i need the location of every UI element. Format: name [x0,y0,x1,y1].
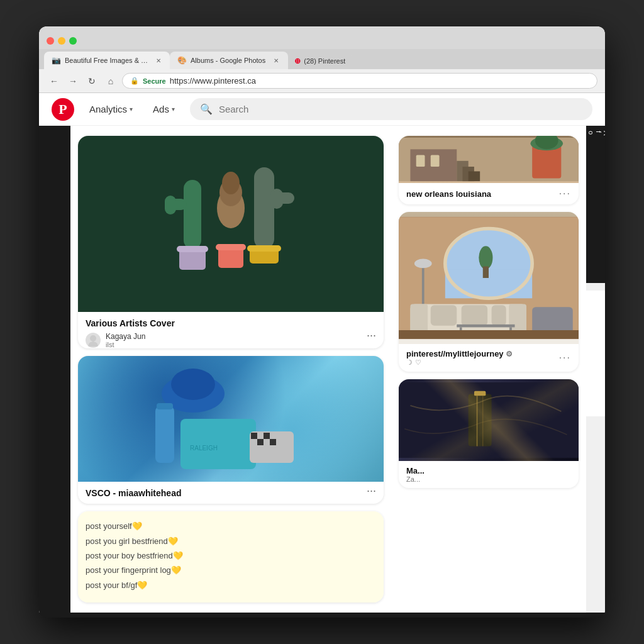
pin-vsco-info: VSCO - miaawhitehead [78,482,384,504]
svg-rect-2 [165,196,176,214]
vsco-photo: RALEIGH [78,356,384,482]
tab-2-label: Albums - Google Photos [191,57,265,64]
interior-subtitle: ☽ ♡ [406,358,513,367]
svg-rect-25 [257,439,264,445]
author-avatar [86,333,101,348]
close-button[interactable] [47,37,54,45]
interior-title: pinterest//mylittlejourney ⚙ [406,349,513,358]
pin-cactus-menu[interactable]: ··· [367,330,376,341]
svg-rect-30 [431,155,440,167]
search-placeholder: Search [219,104,249,114]
marble-subtitle: Za... [406,475,425,483]
far-right-white-card [586,291,605,416]
pinterest-logo[interactable]: P [52,98,74,121]
pin-card-text[interactable]: post yourself💛 post you girl bestfriend💛… [78,511,384,602]
text-line-5: post your bf/gf💛 [86,578,376,592]
content-area: Various Artists Cover Kagaya Jun ilst [39,126,605,613]
new-orleans-title: new orleans louisiana [406,189,491,199]
minimize-button[interactable] [58,37,65,45]
svg-point-7 [222,172,240,194]
author-subtitle: ilst [106,341,145,348]
tab-1[interactable]: 📷 Beautiful Free Images & Pictur... ✕ [44,52,170,69]
interior-image [399,212,579,344]
back-button[interactable]: ← [47,74,62,89]
svg-rect-10 [254,167,274,249]
logo-letter: P [58,101,67,118]
tab-3[interactable]: ⊕ (28) Pinterest [288,53,352,69]
interior-menu[interactable]: ··· [559,352,571,364]
analytics-chevron-icon: ▾ [130,106,133,113]
monitor-frame: 📷 Beautiful Free Images & Pictur... ✕ 🎨 … [39,26,605,618]
tab-2[interactable]: 🎨 Albums - Google Photos ✕ [170,52,288,69]
address-bar[interactable]: 🔒 Secure https://www.pinterest.ca [122,73,597,89]
pin-cactus-author: Kagaya Jun ilst [86,332,376,348]
pin-card-interior[interactable]: pinterest//mylittlejourney ⚙ ☽ ♡ ··· [399,212,579,372]
tab-2-close[interactable]: ✕ [272,56,280,65]
marble-image [399,379,579,461]
camera-icon: 📷 [52,56,61,65]
author-name: Kagaya Jun [106,332,145,341]
svg-rect-24 [264,433,270,439]
pinterest-favicon: ⊕ [294,57,301,65]
tab-1-close[interactable]: ✕ [155,56,162,65]
text-line-3: post your boy bestfriend💛 [86,548,376,563]
heart-outline-icon: ♡ [415,358,421,367]
cactus-svg [149,136,313,299]
marble-pin-details: Ma... Za... [406,466,425,483]
pin-card-cactus[interactable]: Various Artists Cover Kagaya Jun ilst [78,136,384,348]
svg-rect-0 [184,180,201,249]
lock-icon: 🔒 [130,77,139,85]
vsco-svg: RALEIGH [78,356,384,482]
new-orleans-svg [399,136,579,183]
url-text: https://www.pinterest.ca [170,76,256,86]
pin-column-1: Various Artists Cover Kagaya Jun ilst [78,136,384,602]
maximize-button[interactable] [69,37,77,45]
author-avatar-svg [86,333,101,348]
svg-rect-12 [270,189,283,209]
browser-chrome: 📷 Beautiful Free Images & Pictur... ✕ 🎨 … [39,26,605,93]
title-bar [39,26,605,49]
new-orleans-pin-info: new orleans louisiana ··· [399,183,579,204]
pin-card-new-orleans[interactable]: new orleans louisiana ··· [399,136,579,204]
svg-rect-23 [251,433,257,439]
pin-vsco-menu[interactable]: ··· [367,485,376,496]
secure-badge: Secure [143,77,166,85]
address-bar-row: ← → ↻ ⌂ 🔒 Secure https://www.pinterest.c… [39,69,605,93]
right-section: new orleans louisiana ··· [391,126,586,613]
pin-card-vsco[interactable]: RALEIGH VSCO - mia [78,356,384,504]
tab-3-label: (28) Pinterest [304,57,345,65]
ads-nav-item[interactable]: Ads ▾ [148,100,180,118]
svg-text:RALEIGH: RALEIGH [190,445,218,452]
home-button[interactable]: ⌂ [103,74,118,89]
tab-1-label: Beautiful Free Images & Pictur... [65,57,148,64]
ads-label: Ads [153,104,169,114]
svg-rect-21 [157,403,173,409]
pin-cactus-info: Various Artists Cover Kagaya Jun ilst [78,312,384,348]
text-line-4: post your fingerprint log💛 [86,563,376,577]
search-icon: 🔍 [200,103,213,115]
interior-pin-info: pinterest//mylittlejourney ⚙ ☽ ♡ ··· [399,344,579,372]
pin-cactus-title: Various Artists Cover [86,318,376,328]
svg-point-17 [171,369,215,400]
far-right-dark-card: Afo [586,126,605,283]
left-sidebar [39,126,70,613]
analytics-label: Analytics [89,104,127,114]
svg-rect-51 [492,305,506,325]
pin-card-marble[interactable]: Ma... Za... [399,379,579,488]
forward-button[interactable]: → [65,74,80,89]
marble-title: Ma... [406,466,425,475]
new-orleans-menu[interactable]: ··· [559,188,571,199]
analytics-nav-item[interactable]: Analytics ▾ [84,100,138,118]
svg-rect-20 [155,406,174,463]
refresh-button[interactable]: ↻ [84,74,99,89]
svg-rect-49 [431,305,457,325]
search-bar[interactable]: 🔍 Search [190,98,592,120]
gear-icon: ⚙ [506,350,513,358]
svg-rect-50 [462,305,488,325]
ads-chevron-icon: ▾ [172,106,175,113]
new-orleans-image [399,136,579,183]
pinterest-header: P Analytics ▾ Ads ▾ 🔍 Search [39,93,605,126]
svg-rect-4 [177,246,208,252]
interior-pin-details: pinterest//mylittlejourney ⚙ ☽ ♡ [406,349,513,367]
interior-svg [399,212,579,344]
